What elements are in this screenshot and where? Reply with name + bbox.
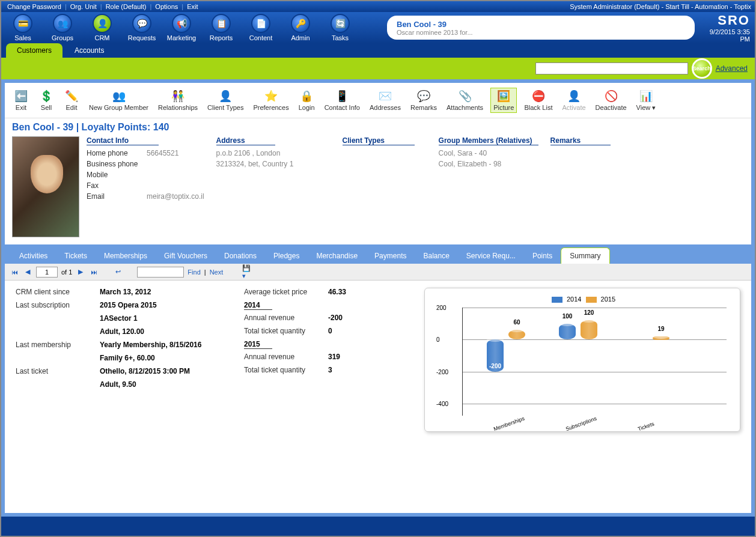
report-toolbar: ⏮ ◀ of 1 ▶ ⏭ ↩ Find | Next 💾▾ (5, 264, 751, 281)
next-link[interactable]: Next (210, 268, 224, 276)
summary-row: Average ticket price46.33 (244, 288, 424, 296)
action-login[interactable]: 🔒Login (296, 88, 317, 112)
addresses-icon: ✉️ (379, 90, 392, 103)
requests-icon: 💬 (132, 14, 151, 33)
advanced-search-link[interactable]: Advanced (716, 64, 748, 73)
tab-accounts[interactable]: Accounts (64, 43, 115, 58)
chart-bar: 120 (581, 320, 597, 339)
action-addresses[interactable]: ✉️Addresses (367, 88, 403, 112)
client-types-col: Client Types (343, 136, 427, 237)
back-icon[interactable]: ↩ (113, 267, 123, 277)
chart-ylabel: 0 (436, 336, 440, 343)
detail-tab-activities[interactable]: Activities (11, 248, 56, 264)
detail-tab-payments[interactable]: Payments (366, 248, 415, 264)
detail-tab-points[interactable]: Points (524, 248, 561, 264)
detail-tab-tickets[interactable]: Tickets (56, 248, 96, 264)
attachments-icon: 📎 (459, 90, 472, 103)
detail-tab-service-requ-[interactable]: Service Requ... (458, 248, 524, 264)
group-members-header: Group Members (Relatives) (439, 136, 538, 145)
action-edit[interactable]: ✏️Edit (61, 88, 82, 112)
customer-panel: ⬅️Exit💲Sell✏️Edit👥New Group Member👫Relat… (5, 83, 751, 244)
main-btn-requests[interactable]: 💬Requests (125, 14, 159, 41)
legend-swatch (586, 297, 597, 303)
sales-icon: 💳 (13, 14, 32, 33)
summary-row: Family 6+, 60.00 (16, 354, 244, 362)
detail-tab-balance[interactable]: Balance (415, 248, 457, 264)
tab-customers[interactable]: Customers (6, 43, 62, 58)
summary-row: Total ticket quantity3 (244, 366, 424, 374)
main-btn-reports[interactable]: 📋Reports (204, 14, 238, 41)
action-preferences[interactable]: ⭐Preferences (251, 88, 291, 112)
customer-photo (12, 136, 79, 237)
menu-change-password[interactable]: Change Password (5, 3, 64, 10)
export-icon[interactable]: 💾▾ (242, 267, 252, 277)
chart-bar: -200 (487, 339, 504, 371)
chart-xlabel: Subscriptions (565, 416, 597, 432)
summary-row: Last membershipYearly Membership, 8/15/2… (16, 341, 244, 349)
customer-body: Contact Info Home phone56645521Business … (5, 136, 751, 244)
brand-block: SRO 9/2/2015 3:35 PM (701, 13, 750, 43)
action-deactivate[interactable]: 🚫Deactivate (593, 88, 629, 112)
action-black-list[interactable]: ⛔Black List (522, 88, 555, 112)
main-btn-admin[interactable]: 🔑Admin (284, 14, 317, 41)
tasks-icon: 🔄 (331, 14, 350, 33)
menu-role[interactable]: Role (Default) (103, 3, 149, 10)
remarks-col: Remarks (550, 136, 623, 237)
detail-tab-pledges[interactable]: Pledges (265, 248, 308, 264)
contact-info-icon: 📱 (335, 90, 349, 103)
detail-tab-summary[interactable]: Summary (561, 247, 609, 264)
action-relationships[interactable]: 👫Relationships (156, 88, 200, 112)
summary-row: Adult, 120.00 (16, 327, 244, 336)
menu-org-unit[interactable]: Org. Unit (68, 3, 99, 10)
last-page-icon[interactable]: ⏭ (89, 267, 99, 277)
preferences-icon: ⭐ (264, 90, 278, 103)
brand-datetime: 9/2/2015 3:35 PM (701, 28, 750, 43)
remarks-header: Remarks (550, 136, 611, 145)
main-btn-tasks[interactable]: 🔄Tasks (323, 14, 357, 41)
address-line2: 3213324, bet, Country 1 (216, 160, 294, 168)
detail-tab-gift-vouchers[interactable]: Gift Vouchers (156, 248, 216, 264)
contact-row: Business phone (87, 160, 204, 168)
legend-swatch (552, 297, 562, 303)
main-btn-content[interactable]: 📄Content (244, 14, 278, 41)
main-toolbar: 💳Sales👥Groups👤CRM💬Requests📢Marketing📋Rep… (1, 12, 755, 43)
action-new-group-member[interactable]: 👥New Group Member (87, 88, 151, 112)
search-button[interactable]: Search (692, 58, 712, 79)
action-view-[interactable]: 📊View ▾ (634, 88, 659, 113)
contact-row: Emailmeira@toptix.co.il (87, 192, 204, 201)
action-exit[interactable]: ⬅️Exit (11, 88, 31, 112)
menu-exit[interactable]: Exit (184, 3, 200, 10)
contact-row: Fax (87, 181, 204, 190)
detail-tab-donations[interactable]: Donations (216, 248, 265, 264)
main-btn-sales[interactable]: 💳Sales (6, 14, 40, 41)
summary-row: Annual revenue319 (244, 353, 424, 361)
action-remarks[interactable]: 💬Remarks (408, 88, 439, 112)
detail-tab-merchandise[interactable]: Merchandise (308, 248, 366, 264)
chart-ylabel: 200 (436, 305, 447, 311)
action-client-types[interactable]: 👤Client Types (205, 88, 246, 112)
legend-label: 2015 (599, 296, 616, 303)
prev-page-icon[interactable]: ◀ (23, 267, 32, 277)
action-attachments[interactable]: 📎Attachments (444, 88, 486, 112)
search-result-sub: Oscar nominee 2013 for... (397, 29, 685, 36)
year-header: 2015 (244, 340, 272, 349)
action-sell[interactable]: 💲Sell (36, 88, 56, 112)
next-page-icon[interactable]: ▶ (76, 267, 85, 277)
main-btn-crm[interactable]: 👤CRM (85, 14, 119, 41)
page-number-input[interactable] (36, 267, 58, 278)
action-contact-info[interactable]: 📱Contact Info (322, 88, 362, 112)
page-of-label: of 1 (61, 268, 72, 276)
menu-options[interactable]: Options (153, 3, 180, 10)
main-btn-groups[interactable]: 👥Groups (46, 14, 79, 41)
find-input[interactable] (137, 267, 184, 278)
first-page-icon[interactable]: ⏮ (10, 267, 19, 277)
search-input[interactable] (535, 62, 688, 74)
find-link[interactable]: Find (187, 268, 200, 276)
sell-icon: 💲 (40, 90, 53, 103)
main-btn-marketing[interactable]: 📢Marketing (165, 14, 198, 41)
detail-tab-memberships[interactable]: Memberships (96, 248, 156, 264)
action-picture[interactable]: 🖼️Picture (490, 88, 517, 113)
chart-area: -400-2000200-20060Memberships100120Subsc… (462, 308, 727, 416)
global-search-result[interactable]: Ben Cool - 39 Oscar nominee 2013 for... (387, 16, 695, 40)
summary-row: CRM client sinceMarch 13, 2012 (16, 288, 244, 296)
